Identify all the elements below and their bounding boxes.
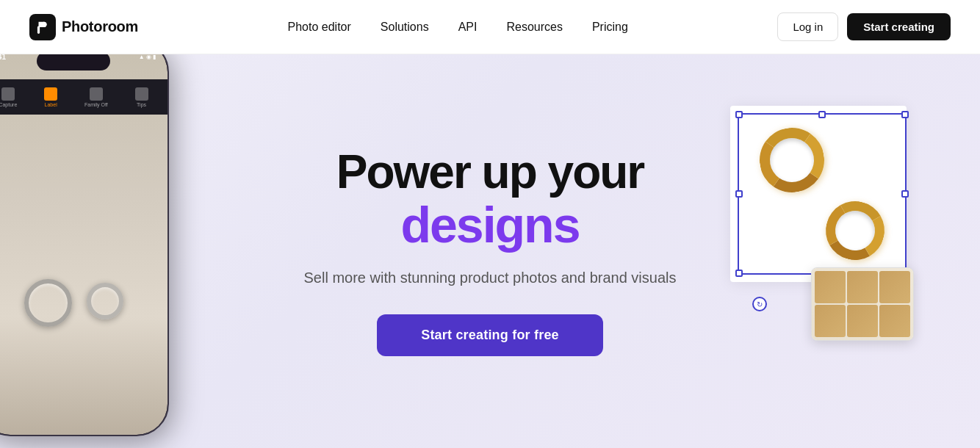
hero-title-line2: designs (304, 198, 677, 253)
handle-tl (735, 111, 743, 118)
family-label: Family Off (84, 102, 108, 107)
hero-subtitle: Sell more with stunning product photos a… (304, 267, 677, 288)
logo-icon (29, 14, 56, 40)
tips-label: Tips (137, 102, 146, 107)
handle-tm (818, 111, 826, 118)
tablet-cell-1 (815, 271, 846, 303)
tips-icon (135, 87, 148, 101)
phone-jewelry (1, 229, 145, 376)
nav-resources[interactable]: Resources (506, 21, 562, 34)
phone-time: 9:41 (0, 54, 6, 61)
start-creating-button[interactable]: Start creating (847, 13, 951, 40)
logo-svg (35, 19, 51, 35)
brand-name: Photoroom (62, 18, 138, 35)
tablet-hint (811, 267, 914, 341)
capture-label: Capture (0, 102, 17, 107)
phone-toolbar: Capture Label Family Off Tips (0, 79, 167, 115)
handle-mr (901, 190, 909, 198)
login-button[interactable]: Log in (777, 12, 838, 41)
tablet-cell-5 (847, 305, 878, 337)
phone-mockup: 9:41 ▲ ◉ ▮ Capture Label Family Off (0, 54, 198, 448)
silver-ring-2 (87, 283, 123, 319)
hero-title-line1: Power up your (304, 146, 677, 198)
handle-bl (735, 270, 743, 277)
silver-rings (24, 279, 123, 327)
navbar-actions: Log in Start creating (777, 12, 951, 41)
nav-photo-editor[interactable]: Photo editor (288, 21, 351, 34)
tool-capture: Capture (0, 87, 17, 107)
handle-tr (901, 111, 909, 118)
label-icon (44, 87, 57, 101)
navbar: Photoroom Photo editor Solutions API Res… (0, 0, 980, 54)
rotate-handle: ↻ (752, 297, 767, 311)
nav-links: Photo editor Solutions API Resources Pri… (288, 21, 628, 34)
phone-status-bar: 9:41 ▲ ◉ ▮ (0, 54, 156, 61)
tablet-cell-6 (879, 305, 910, 337)
selection-box (738, 113, 907, 275)
tool-tips: Tips (135, 87, 148, 107)
capture-icon (1, 87, 15, 101)
nav-api[interactable]: API (458, 21, 478, 34)
hero-content: Power up your designs Sell more with stu… (304, 146, 677, 356)
tablet-cell-2 (847, 271, 878, 303)
rotate-icon: ↻ (757, 300, 763, 308)
nav-solutions[interactable]: Solutions (381, 21, 429, 34)
logo-link[interactable]: Photoroom (29, 14, 138, 40)
phone-body: 9:41 ▲ ◉ ▮ Capture Label Family Off (0, 54, 169, 436)
family-icon (90, 87, 103, 101)
handle-ml (735, 190, 743, 198)
tool-label: Label (44, 87, 57, 107)
hero-section: 9:41 ▲ ◉ ▮ Capture Label Family Off (0, 54, 980, 448)
tool-family: Family Off (84, 87, 108, 107)
phone-status-icons: ▲ ◉ ▮ (139, 54, 156, 60)
label-label: Label (45, 102, 57, 107)
tablet-cell-3 (879, 271, 910, 303)
nav-pricing[interactable]: Pricing (592, 21, 628, 34)
jewelry-mockup: ↻ (730, 98, 936, 319)
tablet-cell-4 (815, 305, 846, 337)
hero-cta-button[interactable]: Start creating for free (377, 314, 603, 356)
silver-ring-1 (24, 279, 72, 327)
tablet-grid (812, 268, 913, 340)
jewelry-canvas: ↻ (730, 98, 921, 289)
